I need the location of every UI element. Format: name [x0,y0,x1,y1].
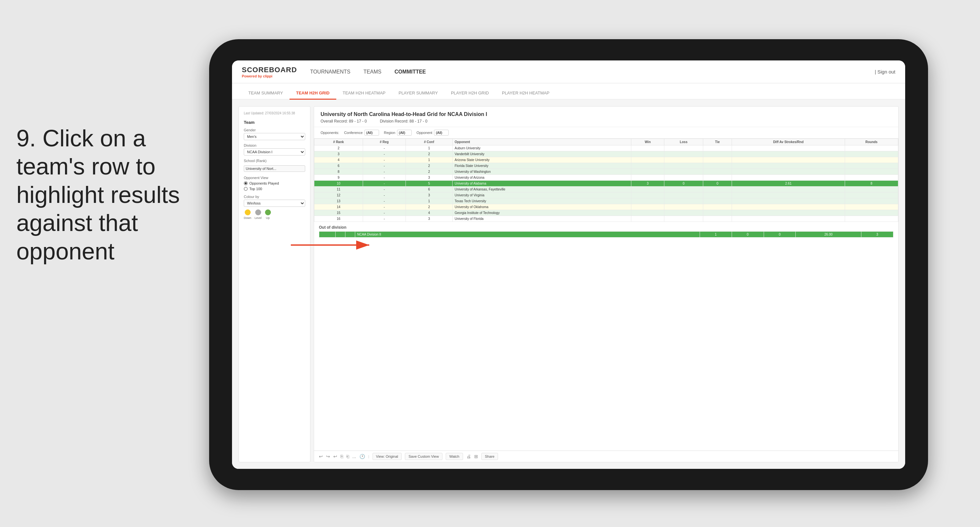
colour-by: Colour by Win/loss [244,195,305,207]
save-custom-view-button[interactable]: Save Custom View [405,453,442,460]
school-label: School (Rank) [244,159,305,163]
cell-tie [703,169,732,175]
cell-win [631,163,664,169]
cell-tie [703,186,732,193]
th-reg: # Reg [363,139,406,145]
cell-win [631,193,664,198]
legend-circle-level [255,209,261,215]
region-select[interactable]: (All) [397,130,412,135]
cell-rank: 11 [314,186,363,193]
cell-opponent: University of Alabama [453,181,631,186]
logo-sub: Powered by clippi [242,74,297,78]
cell-reg: - [363,186,406,193]
od-loss: 0 [732,232,764,237]
nav-teams[interactable]: TEAMS [363,67,381,76]
sign-out[interactable]: | Sign out [875,69,896,75]
filters-row: Opponents: Conference (All) Region (All) [314,127,898,139]
table-row[interactable]: 11 - 6 University of Arkansas, Fayettevi… [314,186,898,193]
table-row[interactable]: 13 - 1 Texas Tech University [314,198,898,204]
od-division [319,232,336,237]
clock-icon[interactable]: 🕐 [360,454,365,459]
undo2-icon[interactable]: ↩ [333,454,337,459]
tab-player-h2h-grid[interactable]: PLAYER H2H GRID [444,87,495,100]
undo-icon[interactable]: ↩ [319,454,323,459]
th-loss: Loss [664,139,703,145]
out-of-division-section: Out of division NCAA Division II 1 [314,222,898,241]
redo-icon[interactable]: ↪ [326,454,330,459]
filter-region: Region (All) [384,130,412,135]
table-row[interactable]: 6 - 2 Florida State University [314,163,898,169]
table-row[interactable]: 12 - 3 University of Virginia [314,193,898,198]
conference-select[interactable]: (All) [364,130,379,135]
colour-by-select[interactable]: Win/loss [244,200,305,207]
tab-player-summary[interactable]: PLAYER SUMMARY [392,87,444,100]
grid-table: # Rank # Reg # Conf Opponent Win Loss Ti… [314,139,898,451]
out-division-row[interactable]: NCAA Division II 1 0 0 26.00 3 [319,232,893,237]
logo-area: SCOREBOARD Powered by clippi [242,66,297,78]
table-row[interactable]: 16 - 3 University of Florida [314,216,898,222]
nav-bar: SCOREBOARD Powered by clippi TOURNAMENTS… [232,61,905,83]
tab-team-h2h-heatmap[interactable]: TEAM H2H HEATMAP [336,87,392,100]
cell-loss [664,145,703,151]
view-button[interactable]: View: Original [372,453,402,460]
cell-rounds [845,157,898,163]
tab-team-h2h-grid[interactable]: TEAM H2H GRID [290,87,336,100]
cell-rank: 10 [314,181,363,186]
radio-opponents-played[interactable]: Opponents Played [244,182,305,185]
cell-tie [703,157,732,163]
grid-icon[interactable]: ⊞ [474,454,478,459]
table-row[interactable]: 9 - 3 University of Arizona [314,175,898,181]
cell-rounds [845,163,898,169]
tab-team-summary[interactable]: TEAM SUMMARY [242,87,290,100]
cell-rounds [845,210,898,216]
opponent-label: Opponent [417,131,432,135]
cell-loss: 0 [664,181,703,186]
table-row[interactable]: 4 - 1 Arizona State University [314,157,898,163]
od-division-name: NCAA Division II [355,232,700,237]
school-value: University of Nort... [244,165,305,172]
copy-icon[interactable]: ⎘ [340,454,343,459]
table-row[interactable]: 2 - 1 Auburn University [314,145,898,151]
cell-rounds [845,145,898,151]
table-row[interactable]: 15 - 4 Georgia Institute of Technology [314,210,898,216]
cell-tie [703,198,732,204]
legend-circle-down [245,209,251,215]
watch-button[interactable]: Watch [446,453,463,460]
colour-by-label: Colour by [244,195,305,199]
cell-rank: 12 [314,193,363,198]
share-button[interactable]: Share [481,453,498,460]
table-row[interactable]: 8 - 2 University of Washington [314,169,898,175]
table-row[interactable]: 14 - 2 University of Oklahoma [314,204,898,210]
cell-rounds [845,151,898,157]
cell-reg: - [363,163,406,169]
cell-rank: 14 [314,204,363,210]
instruction-text: 9. Click on a team's row to highlight re… [16,124,199,265]
cell-conf: 2 [406,169,452,175]
opponent-select[interactable]: (All) [434,130,449,135]
last-updated: Last Updated: 27/03/2024 16:55:38 [244,111,305,115]
print-icon[interactable]: 🖨 [466,454,471,459]
tab-player-h2h-heatmap[interactable]: PLAYER H2H HEATMAP [495,87,556,100]
filter-conference: Conference (All) [344,130,379,135]
paste-icon[interactable]: ⎗ [346,454,349,459]
nav-tournaments[interactable]: TOURNAMENTS [310,67,350,76]
radio-top100[interactable]: Top 100 [244,187,305,191]
cell-conf: 4 [406,210,452,216]
cell-conf: 2 [406,204,452,210]
cell-diff [732,169,845,175]
cell-opponent: University of Arizona [453,175,631,181]
cell-win [631,198,664,204]
logo-text: SCOREBOARD [242,66,297,74]
nav-committee[interactable]: COMMITTEE [395,67,426,76]
more-icon[interactable]: ... [352,454,356,459]
cell-tie [703,163,732,169]
division-select[interactable]: NCAA Division I [244,148,305,156]
cell-diff [732,145,845,151]
table-row[interactable]: 10 - 5 University of Alabama 3 0 0 2.61 … [314,181,898,186]
gender-select[interactable]: Men's [244,133,305,140]
cell-conf: 2 [406,163,452,169]
cell-opponent: Vanderbilt University [453,151,631,157]
table-row[interactable]: 3 - 2 Vanderbilt University [314,151,898,157]
team-label: Team [244,120,305,125]
cell-win [631,157,664,163]
